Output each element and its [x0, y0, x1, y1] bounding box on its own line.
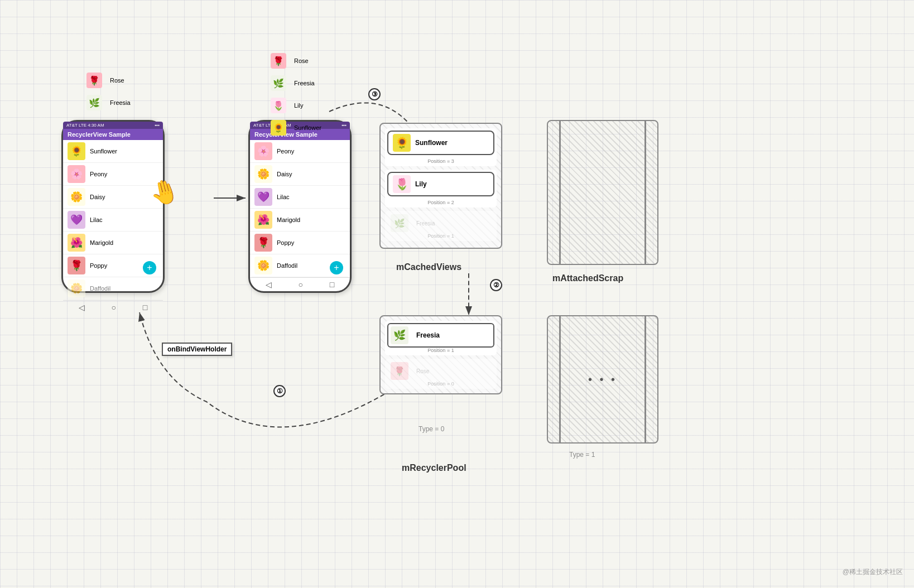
phone1-nav: ◁ ○ □ — [63, 300, 163, 314]
cache-item-row: 🌻 Sunflower — [387, 131, 494, 155]
float-sunflower-2: 🌻 Sunflower — [271, 120, 321, 136]
list-item: 🌻Sunflower — [63, 140, 163, 163]
phone1-statusbar: AT&T LTE 4:30 AM ▪▪▪ — [63, 122, 163, 129]
phone1: AT&T LTE 4:30 AM ▪▪▪ RecyclerView Sample… — [61, 120, 165, 293]
circle-1: ① — [273, 385, 286, 397]
recycler-pool-container: 🌿 Freesia Position = 1 🌹 Rose Position =… — [379, 315, 502, 394]
phone2-list: 🌸Peony 🌼Daisy 💜Lilac 🌺Marigold 🌹Poppy 🌼D… — [250, 140, 350, 277]
mAttachedScrap-label: mAttachedScrap — [552, 273, 623, 283]
list-item: 🌺Marigold — [63, 232, 163, 254]
list-item: 🌹Poppy — [250, 232, 350, 254]
float-freesia-2: 🌿 Freesia — [271, 75, 315, 91]
cache-item-row: 🌷 Lily — [387, 172, 494, 196]
pool-item-freesia: 🌿 Freesia Position = 1 — [385, 321, 497, 355]
float-rose-2: 🌹 Rose — [271, 53, 309, 69]
float-lily-2: 🌷 Lily — [271, 98, 304, 113]
lily-position: Position = 2 — [387, 200, 494, 205]
watermark: @稀土掘金技术社区 — [843, 567, 903, 577]
attached-scrap-container — [547, 120, 658, 265]
cached-item-freesia: 🌿 Freesia Position = 1 — [385, 211, 497, 241]
pool-item-row: 🌿 Freesia — [387, 323, 494, 348]
rose-position-pool: Position = 0 — [387, 381, 494, 387]
sunflower-position: Position = 3 — [387, 158, 494, 164]
float-freesia-1: 🌿 Freesia — [86, 95, 131, 110]
pool-item-row: 🌹 Rose — [387, 361, 494, 381]
phone1-status-text: AT&T LTE 4:30 AM — [66, 123, 104, 128]
mCachedViews-label: mCachedViews — [396, 262, 461, 272]
phone1-fab[interactable]: + — [143, 261, 156, 274]
circle-3: ③ — [368, 88, 381, 100]
recycler-pool-type1: • • • — [547, 315, 658, 444]
cached-views-container: 🌻 Sunflower Position = 3 🌷 Lily Position… — [379, 123, 502, 249]
phone2: AT&T LTE 4:30 AM ▪▪▪ RecyclerView Sample… — [248, 120, 352, 293]
phone2-screen: AT&T LTE 4:30 AM ▪▪▪ RecyclerView Sample… — [250, 122, 350, 277]
phone2-nav: ◁ ○ □ — [250, 277, 350, 291]
float-rose-1: 🌹 Rose — [86, 73, 124, 88]
cache-item-row: 🌿 Freesia — [387, 213, 494, 233]
type1-label: Type = 1 — [569, 451, 595, 459]
cached-item-lily: 🌷 Lily Position = 2 — [385, 170, 497, 208]
list-item: 🌸Peony — [250, 140, 350, 163]
phone2-fab[interactable]: + — [330, 261, 343, 274]
list-item: 🌼Daffodil — [63, 277, 163, 300]
circle-2: ② — [490, 279, 502, 291]
freesia-position-pool: Position = 1 — [387, 348, 494, 353]
list-item: 💜Lilac — [63, 209, 163, 232]
phone1-list: 🌻Sunflower 🌸Peony 🌼Daisy 💜Lilac 🌺Marigol… — [63, 140, 163, 300]
cached-item-sunflower: 🌻 Sunflower Position = 3 — [385, 128, 497, 166]
onbindviewholder-label: onBindViewHolder — [162, 343, 232, 356]
list-item: 💜Lilac — [250, 186, 350, 209]
phone1-title: RecyclerView Sample — [63, 129, 163, 140]
type0-label: Type = 0 — [418, 425, 444, 433]
list-item: 🌼Daisy — [250, 163, 350, 186]
mRecyclerPool-label: mRecyclerPool — [402, 463, 466, 473]
pool-item-rose: 🌹 Rose Position = 0 — [385, 359, 497, 389]
list-item: 🌺Marigold — [250, 209, 350, 232]
freesia-position-cached: Position = 1 — [387, 233, 494, 239]
